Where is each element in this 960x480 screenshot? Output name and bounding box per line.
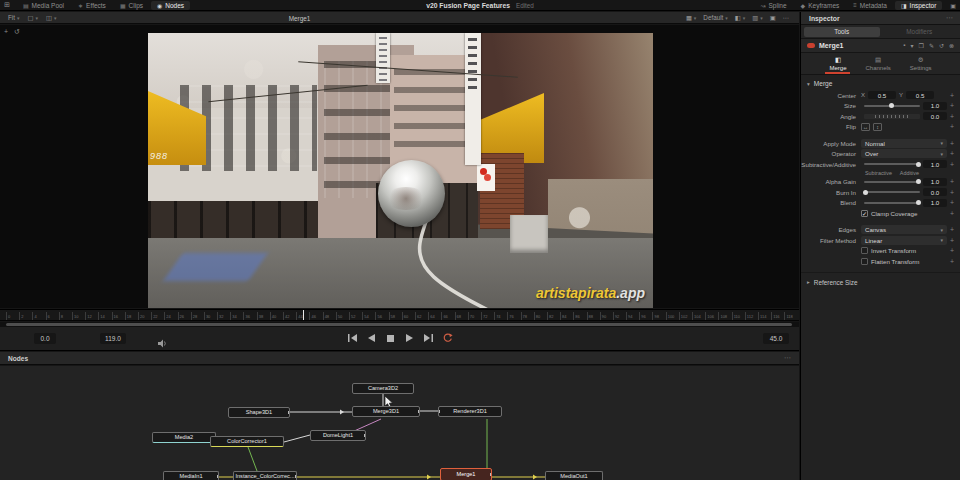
operator-dropdown[interactable]: Over▾ — [861, 149, 947, 158]
stop-button[interactable] — [384, 332, 396, 344]
go-to-end-button[interactable] — [422, 332, 434, 344]
viewer-menu-button[interactable]: ⋯ — [783, 14, 789, 21]
angle-modifier-button[interactable]: + — [947, 113, 957, 120]
node-shape3d1[interactable]: Shape3D1 — [228, 407, 290, 418]
channel-dropdown[interactable]: ▦▾ — [686, 14, 696, 21]
tab-effects[interactable]: ∗Effects — [72, 1, 112, 10]
burn-in-modifier-button[interactable]: + — [947, 189, 957, 196]
clamp-coverage-checkbox[interactable]: ✓ — [861, 210, 868, 217]
subtab-channels[interactable]: ▤Channels — [863, 54, 892, 73]
rotate-tool-icon[interactable]: ↺ — [14, 28, 20, 36]
inspector-tab-tools[interactable]: Tools — [804, 27, 880, 37]
ruler-tick: 102 — [679, 312, 688, 321]
flatten-transform-modifier-button[interactable]: + — [947, 258, 957, 265]
apply-mode-dropdown[interactable]: Normal▾ — [861, 139, 947, 148]
lut-dropdown[interactable]: ◧▾ — [735, 14, 745, 21]
node-media2[interactable]: Media2▸ — [152, 432, 216, 443]
invert-transform-modifier-button[interactable]: + — [947, 247, 957, 254]
filter-method-modifier-button[interactable]: + — [947, 237, 957, 244]
tab-inspector[interactable]: ◨Inspector — [895, 1, 942, 10]
option-dropdown[interactable]: ▥▾ — [752, 14, 762, 21]
merge-section-header[interactable]: ▾ Merge — [801, 75, 960, 90]
flip-modifier-button[interactable]: + — [947, 123, 957, 130]
inspector-menu[interactable]: ⋯ — [946, 14, 960, 22]
subtab-merge[interactable]: ◧Merge — [827, 54, 848, 73]
blend-modifier-button[interactable]: + — [947, 199, 957, 206]
step-back-button[interactable] — [365, 332, 377, 344]
ruler-tick: 32 — [217, 312, 223, 321]
subtab-settings[interactable]: ⚙Settings — [908, 54, 934, 73]
node-mediain1[interactable]: MediaIn1▸ — [163, 471, 219, 480]
invert-transform-checkbox[interactable] — [861, 247, 868, 254]
center-modifier-button[interactable]: + — [947, 92, 957, 99]
reset-icon[interactable]: ↺ — [939, 42, 944, 49]
timeline-ruler[interactable]: 0246810121416182022242628303234363840424… — [0, 309, 799, 321]
apply-mode-modifier-button[interactable]: + — [947, 140, 957, 147]
apply-mode-row: Apply Mode Normal▾ + — [801, 138, 960, 149]
node-domelight1[interactable]: DomeLight1 — [310, 430, 366, 441]
go-to-start-button[interactable] — [346, 332, 358, 344]
burn-in-value[interactable]: 0.0 — [923, 188, 947, 196]
blend-slider[interactable] — [864, 202, 920, 204]
node-graph[interactable]: Camera3D2▸◂Shape3D1Merge3D1Renderer3D1◂M… — [0, 366, 799, 480]
tab-clips[interactable]: ▦Clips — [114, 1, 149, 10]
node-enable-toggle[interactable] — [807, 43, 815, 48]
loop-button[interactable] — [441, 332, 453, 344]
angle-thumbwheel[interactable] — [864, 114, 920, 119]
flip-vertical-button[interactable]: ↕ — [873, 123, 882, 131]
reference-size-header[interactable]: ▸ Reference Size — [801, 272, 960, 292]
subtractive-additive-modifier-button[interactable]: + — [947, 161, 957, 168]
tab-nodes[interactable]: ◉Nodes — [151, 1, 190, 10]
chevron-down-icon[interactable]: ▾ — [911, 42, 914, 49]
node-header[interactable]: Merge1 ▪▾❒✎↺⊗ — [801, 39, 960, 53]
stereo-button[interactable]: ▣ — [770, 14, 776, 21]
node-merge3d1[interactable]: Merge3D1 — [352, 406, 420, 417]
pan-tool-icon[interactable]: + — [4, 28, 8, 36]
inspector-tab-modifiers[interactable]: Modifiers — [882, 27, 958, 37]
tab-spline[interactable]: ↝Spline — [754, 1, 792, 10]
flatten-transform-checkbox[interactable] — [861, 258, 868, 265]
blend-value[interactable]: 1.0 — [923, 199, 947, 207]
tab-metadata[interactable]: ≡Metadata — [847, 1, 893, 10]
subtractive-additive-value[interactable]: 1.0 — [923, 160, 947, 168]
size-slider[interactable] — [864, 105, 920, 107]
tab-media-pool[interactable]: ▤Media Pool — [17, 1, 70, 10]
edges-dropdown[interactable]: Canvas▾ — [861, 225, 947, 234]
burn-in-slider[interactable] — [864, 191, 920, 193]
angle-value[interactable]: 0.0 — [923, 112, 947, 120]
node-instance-colorcorrec-[interactable]: Instance_ColorCorrec... — [233, 471, 297, 480]
gamut-dropdown[interactable]: Default▾ — [703, 14, 727, 21]
node-mediaout1[interactable]: MediaOut1◂ — [545, 471, 603, 480]
window-switcher-icon[interactable]: ⊞ — [0, 1, 14, 9]
viewer-image[interactable]: 988 artistapirata.app — [148, 33, 653, 308]
play-button[interactable] — [403, 332, 415, 344]
versions-icon[interactable]: ▪ — [903, 42, 905, 49]
node-merge1[interactable]: Merge1 — [440, 468, 492, 480]
center-x-input[interactable]: 0.5 — [868, 91, 896, 99]
alpha-gain-value[interactable]: 1.0 — [923, 178, 947, 186]
size-value[interactable]: 1.0 — [923, 102, 947, 110]
node-colorcorrector1[interactable]: ColorCorrector1 — [210, 436, 284, 447]
operator-modifier-button[interactable]: + — [947, 150, 957, 157]
size-modifier-button[interactable]: + — [947, 102, 957, 109]
clamp-coverage-modifier-button[interactable]: + — [947, 210, 957, 217]
corner-icon[interactable]: ▣ — [946, 2, 960, 9]
center-y-input[interactable]: 0.5 — [906, 91, 934, 99]
current-frame-field[interactable]: 45.0 — [763, 333, 789, 344]
subtractive-additive-slider[interactable] — [864, 163, 920, 165]
tab-keyframes[interactable]: ◆Keyframes — [795, 1, 846, 10]
filter-method-dropdown[interactable]: Linear▾ — [861, 236, 947, 245]
copy-icon[interactable]: ❒ — [919, 42, 924, 49]
flip-horizontal-button[interactable]: ↔ — [861, 123, 870, 131]
scrollbar-handle[interactable] — [6, 323, 792, 326]
delete-icon[interactable]: ⊗ — [949, 42, 954, 49]
edges-modifier-button[interactable]: + — [947, 226, 957, 233]
playhead[interactable] — [303, 310, 304, 321]
ruler-tick: 98 — [652, 312, 658, 321]
node-camera3d2[interactable]: Camera3D2▸◂ — [352, 383, 414, 394]
alpha-gain-modifier-button[interactable]: + — [947, 178, 957, 185]
nodes-panel-menu[interactable]: ⋯ — [784, 354, 799, 362]
node-renderer3d1[interactable]: Renderer3D1◂ — [438, 406, 502, 417]
pin-icon[interactable]: ✎ — [929, 42, 934, 49]
alpha-gain-slider[interactable] — [864, 181, 920, 183]
